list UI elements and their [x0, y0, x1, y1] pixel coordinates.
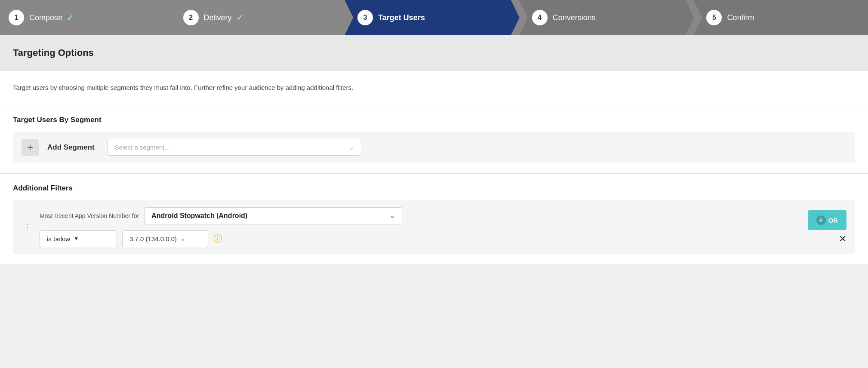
filter-row-top: Most Recent App Version Number for Andro… — [40, 207, 801, 224]
chevron-down-icon: ⌄ — [349, 144, 354, 151]
or-plus-icon: + — [816, 215, 826, 225]
info-icon[interactable]: ⓘ — [213, 233, 222, 245]
add-segment-row: + Add Segment Select a segment... ⌄ — [13, 132, 855, 163]
segment-select-placeholder: Select a segment... — [115, 144, 170, 151]
description-text: Target users by choosing multiple segmen… — [13, 83, 855, 93]
add-segment-plus-button[interactable]: + — [22, 139, 39, 156]
description-block: Target users by choosing multiple segmen… — [0, 71, 868, 105]
version-select-dropdown[interactable]: 3.7.0 (134.0.0.0) ⌄ — [122, 230, 208, 247]
wizard-step-3[interactable]: 3 Target Users — [345, 0, 520, 35]
drag-handle[interactable]: ⋮ — [22, 221, 33, 233]
filters-section-title: Additional Filters — [13, 184, 855, 193]
step-label-4: Conversions — [553, 13, 596, 22]
add-segment-label: Add Segment — [47, 143, 95, 152]
step-label-5: Confirm — [727, 13, 754, 22]
step-label-3: Target Users — [378, 13, 425, 22]
wizard-bar: 1 Compose ✓ 2 Delivery ✓ 3 Target Users … — [0, 0, 868, 35]
or-button[interactable]: + OR — [808, 210, 847, 230]
step-number-4: 4 — [532, 10, 548, 25]
segment-select-dropdown[interactable]: Select a segment... ⌄ — [108, 139, 361, 156]
step-check-1: ✓ — [67, 12, 74, 23]
filter-prefix-label: Most Recent App Version Number for — [40, 212, 139, 219]
filter-row-container: ⋮ Most Recent App Version Number for And… — [13, 200, 855, 254]
step-label-1: Compose — [29, 13, 62, 22]
step-label-2: Delivery — [204, 13, 232, 22]
filter-content: Most Recent App Version Number for Andro… — [40, 207, 801, 247]
wizard-step-2[interactable]: 2 Delivery ✓ — [170, 0, 345, 35]
or-button-label: OR — [828, 217, 838, 224]
step-number-1: 1 — [9, 10, 24, 25]
remove-filter-button[interactable]: ✕ — [839, 234, 846, 244]
filter-actions: + OR ✕ — [808, 210, 847, 244]
step-number-2: 2 — [183, 10, 199, 25]
condition-select-value: is below — [47, 235, 70, 242]
wizard-step-5[interactable]: 5 Confirm — [693, 0, 868, 35]
app-select-value: Android Stopwatch (Android) — [151, 212, 247, 220]
segment-section-title: Target Users By Segment — [13, 116, 855, 124]
app-chevron-down-icon: ⌄ — [390, 212, 395, 219]
close-icon: ✕ — [839, 233, 846, 244]
condition-arrow-icon: ▼ — [74, 236, 79, 242]
filter-row-bottom: is below ▼ 3.7.0 (134.0.0.0) ⌄ ⓘ — [40, 230, 801, 247]
wizard-step-1[interactable]: 1 Compose ✓ — [0, 0, 171, 35]
main-content: Targeting Options Target users by choosi… — [0, 35, 868, 264]
step-check-2: ✓ — [236, 12, 243, 23]
step-number-5: 5 — [706, 10, 722, 25]
condition-select-dropdown[interactable]: is below ▼ — [40, 230, 117, 247]
section-header: Targeting Options — [0, 35, 868, 71]
wizard-step-4[interactable]: 4 Conversions — [519, 0, 694, 35]
step-number-3: 3 — [357, 10, 373, 25]
version-chevron-down-icon: ⌄ — [180, 235, 185, 242]
app-select-dropdown[interactable]: Android Stopwatch (Android) ⌄ — [144, 207, 402, 224]
section-title: Targeting Options — [13, 47, 855, 58]
version-select-value: 3.7.0 (134.0.0.0) — [129, 235, 177, 242]
filters-section: Additional Filters ⋮ Most Recent App Ver… — [0, 174, 868, 264]
segment-section: Target Users By Segment + Add Segment Se… — [0, 105, 868, 174]
